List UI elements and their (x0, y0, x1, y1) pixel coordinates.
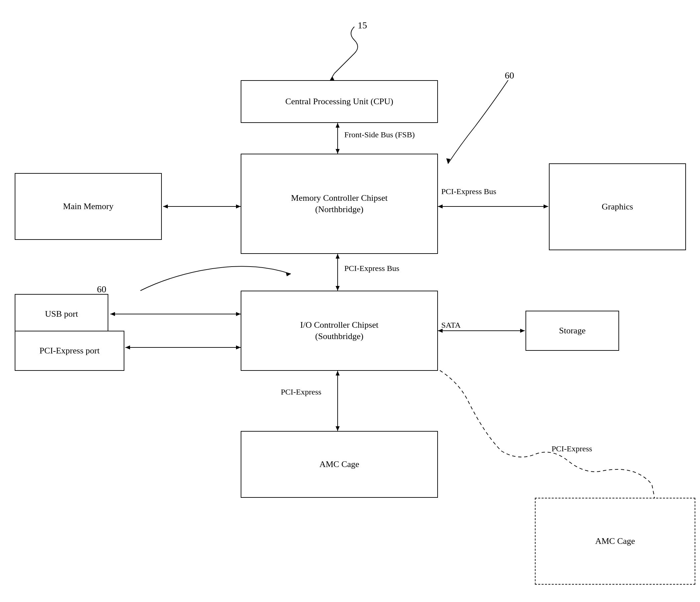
ref-60-left: 60 (97, 284, 106, 295)
svg-marker-16 (236, 312, 241, 316)
svg-marker-18 (125, 345, 130, 349)
pci-express-port-box: PCI-Express port (15, 331, 124, 371)
pci-express-port-label: PCI-Express port (40, 345, 100, 357)
svg-marker-28 (446, 158, 450, 164)
graphics-box: Graphics (549, 163, 686, 250)
ref-15: 15 (358, 20, 367, 31)
pci-express-bottom-label: PCI-Express (281, 388, 321, 396)
usb-port-label: USB port (45, 308, 78, 320)
diagram-container: 15 60 60 Central Processing Unit (CPU) F… (0, 0, 700, 602)
svg-marker-6 (163, 205, 168, 208)
main-memory-box: Main Memory (15, 173, 162, 240)
amc-cage-dashed-label: AMC Cage (595, 535, 635, 547)
io-controller-box: I/O Controller Chipset(Southbridge) (241, 291, 438, 371)
svg-marker-24 (335, 371, 340, 375)
cpu-box: Central Processing Unit (CPU) (241, 80, 438, 123)
svg-marker-4 (335, 149, 340, 154)
northbridge-label: Memory Controller Chipset(Northbridge) (291, 192, 388, 215)
graphics-label: Graphics (602, 201, 633, 212)
pci-express-bus-mid-label: PCI-Express Bus (344, 264, 399, 273)
svg-marker-9 (438, 205, 443, 208)
storage-box: Storage (525, 311, 619, 351)
fsb-label: Front-Side Bus (FSB) (344, 130, 415, 139)
amc-cage-dashed-box: AMC Cage (535, 498, 695, 585)
svg-marker-15 (110, 312, 115, 316)
svg-marker-7 (236, 205, 241, 208)
sata-label: SATA (441, 321, 461, 330)
svg-marker-3 (335, 123, 340, 128)
svg-marker-12 (335, 254, 340, 259)
svg-marker-10 (544, 205, 548, 208)
main-memory-label: Main Memory (63, 201, 114, 212)
svg-marker-25 (335, 426, 340, 431)
amc-cage-solid-box: AMC Cage (241, 431, 438, 498)
svg-marker-19 (236, 345, 241, 349)
ref-60-top: 60 (505, 70, 514, 81)
svg-marker-27 (286, 272, 291, 276)
amc-cage-solid-label: AMC Cage (319, 459, 359, 470)
storage-label: Storage (559, 325, 585, 336)
northbridge-box: Memory Controller Chipset(Northbridge) (241, 154, 438, 254)
usb-port-box: USB port (15, 294, 108, 334)
svg-marker-13 (335, 286, 340, 291)
svg-marker-22 (520, 329, 525, 333)
pci-express-bus-top-label: PCI-Express Bus (441, 187, 496, 196)
cpu-label: Central Processing Unit (CPU) (285, 96, 394, 107)
pci-express-right-label: PCI-Express (552, 444, 592, 453)
io-controller-label: I/O Controller Chipset(Southbridge) (300, 319, 378, 342)
